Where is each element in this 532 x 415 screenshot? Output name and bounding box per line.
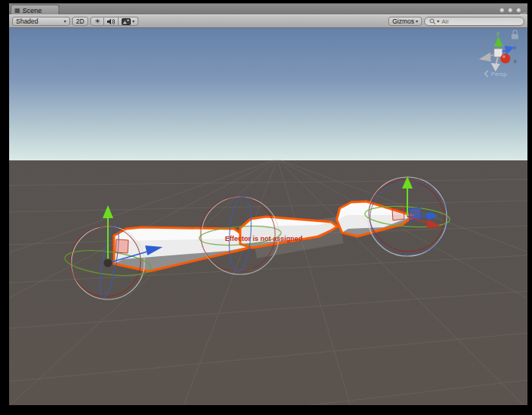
image-icon [122, 18, 131, 25]
axis-neg-cone-left[interactable] [479, 52, 491, 62]
axis-y-cone[interactable] [494, 36, 503, 46]
scene-viewport[interactable]: Effector is not assigned y z x [9, 28, 527, 405]
2d-toggle-button[interactable]: 2D [72, 17, 88, 26]
tab-bar: ▦ Scene ▾☰ [9, 3, 527, 14]
window-dot-icon[interactable] [499, 8, 505, 13]
lock-icon[interactable] [511, 30, 518, 40]
tab-scene[interactable]: ▦ Scene [11, 5, 59, 15]
move-plane-handle[interactable] [116, 239, 128, 253]
view-option-buttons: ☀ ▾ [90, 17, 138, 26]
axis-z-label: z [514, 45, 517, 50]
grid-icon: ▦ [14, 8, 21, 14]
search-input[interactable]: ▾ All [424, 17, 524, 26]
window-controls [499, 8, 521, 13]
audio-toggle-button[interactable] [104, 17, 119, 26]
move-z-arrow[interactable] [430, 212, 438, 220]
orientation-gizmo[interactable]: y z x [479, 30, 517, 71]
move-x-arrow[interactable] [426, 220, 442, 228]
shading-mode-label: Shaded [16, 17, 38, 25]
axis-y-label: y [496, 30, 499, 36]
search-icon [429, 18, 436, 25]
axis-x-label: x [514, 59, 517, 64]
move-y-arrow[interactable] [103, 205, 113, 218]
speaker-icon [107, 18, 115, 25]
scene-toolbar: Shaded ▾ 2D ☀ ▾ [9, 14, 527, 28]
window-dot-icon[interactable] [508, 8, 513, 13]
chevron-down-icon: ▾ [64, 19, 66, 24]
gizmo-center[interactable] [104, 259, 112, 268]
grid-lines [9, 159, 527, 405]
chevron-down-icon: ▾ [437, 19, 439, 24]
scene-render: Effector is not assigned y z x [9, 28, 527, 405]
gizmos-label: Gizmos [392, 17, 414, 25]
projection-label: Persp [491, 71, 507, 78]
projection-toggle[interactable]: Persp [485, 71, 507, 78]
search-value: All [442, 18, 448, 25]
move-z-axis[interactable] [407, 216, 426, 217]
gizmos-dropdown[interactable]: Gizmos ▾ [388, 17, 422, 26]
effects-dropdown-button[interactable]: ▾ [119, 17, 138, 26]
move-y-arrow[interactable] [402, 176, 413, 188]
shading-mode-dropdown[interactable]: Shaded ▾ [12, 17, 70, 26]
move-plane-handle-x[interactable] [392, 208, 404, 220]
effector-warning-text: Effector is not assigned [225, 235, 302, 242]
sun-icon: ☀ [94, 17, 100, 25]
scene-view-panel: ▦ Scene ▾☰ Shaded ▾ 2D ☀ [9, 3, 527, 405]
lighting-toggle-button[interactable]: ☀ [90, 17, 104, 26]
chevron-down-icon: ▾ [416, 19, 418, 24]
chevron-down-icon: ▾ [132, 19, 135, 24]
2d-label: 2D [76, 17, 84, 25]
axis-x-ball[interactable] [501, 54, 511, 64]
tab-scene-label: Scene [23, 7, 43, 14]
gizmo-cube[interactable] [494, 49, 502, 57]
